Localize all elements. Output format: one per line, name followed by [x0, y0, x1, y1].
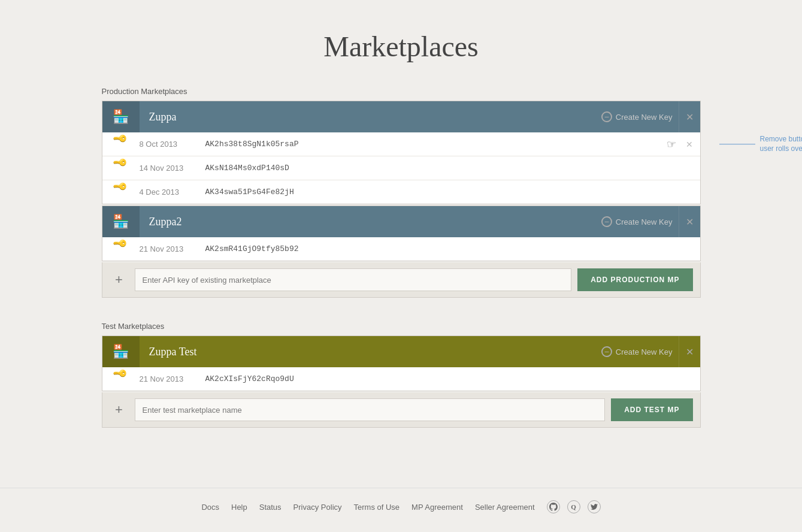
zuppa-icon-box: 🏪: [102, 101, 140, 132]
zuppa-test-remove-button[interactable]: ✕: [679, 336, 700, 367]
footer-status-link[interactable]: Status: [259, 503, 282, 512]
page-title: Marketplaces: [102, 30, 701, 63]
minus-circle-icon-2: [601, 216, 612, 227]
zuppa-test-key-row-1: 🔑 21 Nov 2013 AK2cXIsFjY62cRqo9dU: [102, 367, 700, 391]
footer-seller-agreement-link[interactable]: Seller Agreement: [475, 503, 535, 512]
key-value-4: AK2smR41GjO9tfy85b92: [205, 244, 691, 253]
shop-icon-3: 🏪: [113, 344, 129, 359]
tooltip-text: Remove button appears when user rolls ov…: [760, 134, 803, 155]
footer-mp-agreement-link[interactable]: MP Agreement: [411, 503, 463, 512]
add-production-input[interactable]: [135, 268, 572, 291]
production-section-label: Production Marketplaces: [102, 87, 701, 96]
zuppa-test-create-key-button[interactable]: Create New Key: [595, 346, 679, 357]
add-test-plus-icon: +: [110, 400, 129, 419]
zuppa2-icon-box: 🏪: [102, 206, 140, 237]
shop-icon-2: 🏪: [113, 214, 129, 229]
key-icon-5: 🔑: [112, 365, 140, 393]
footer-social-icons: Q: [547, 500, 601, 513]
zuppa2-header: 🏪 Zuppa2 Create New Key ✕: [102, 206, 700, 237]
zuppa-test-name: Zuppa Test: [140, 346, 595, 358]
add-test-button[interactable]: ADD TEST MP: [611, 398, 692, 421]
zuppa-name: Zuppa: [140, 111, 595, 123]
minus-circle-icon-3: [601, 346, 612, 357]
test-section-label: Test Marketplaces: [102, 322, 701, 331]
zuppa-remove-button[interactable]: ✕: [679, 101, 700, 132]
key-date-1: 8 Oct 2013: [140, 140, 205, 149]
quora-icon[interactable]: Q: [567, 500, 580, 513]
key-icon-4: 🔑: [112, 235, 140, 263]
key-icon-2: 🔑: [112, 155, 140, 182]
key-date-4: 21 Nov 2013: [140, 244, 205, 253]
key-value-2: AKsN184Ms0xdP140sD: [205, 164, 691, 173]
key-icon-1: 🔑: [112, 131, 140, 158]
key-date-2: 14 Nov 2013: [140, 164, 205, 173]
zuppa-test-header: 🏪 Zuppa Test Create New Key ✕: [102, 336, 700, 367]
footer-privacy-link[interactable]: Privacy Policy: [293, 503, 342, 512]
footer-terms-link[interactable]: Terms of Use: [354, 503, 400, 512]
zuppa-create-key-button[interactable]: Create New Key: [595, 111, 679, 122]
zuppa-key-row-2: 🔑 14 Nov 2013 AKsN184Ms0xdP140sD: [102, 156, 700, 180]
cursor-hint: ☞: [667, 138, 676, 151]
tooltip-annotation: Remove button appears when user rolls ov…: [719, 134, 803, 155]
add-production-row: + ADD PRODUCTION MP: [102, 262, 701, 298]
footer-help-link[interactable]: Help: [231, 503, 247, 512]
key-icon-3: 🔑: [112, 179, 140, 206]
key-value-5: AK2cXIsFjY62cRqo9dU: [205, 374, 691, 383]
zuppa-test-icon-box: 🏪: [102, 336, 140, 367]
minus-circle-icon: [601, 111, 612, 122]
key-1-remove-button[interactable]: ✕: [679, 134, 700, 155]
add-test-row: + ADD TEST MP: [102, 392, 701, 428]
zuppa2-create-key-button[interactable]: Create New Key: [595, 216, 679, 227]
footer-docs-link[interactable]: Docs: [201, 503, 219, 512]
zuppa-key-row-3: 🔑 4 Dec 2013 AK34swa51PsG4Fe82jH: [102, 180, 700, 204]
shop-icon: 🏪: [113, 109, 129, 125]
github-icon[interactable]: [547, 500, 560, 513]
key-value-1: AK2hs38t8SgN1k05rsaP: [205, 140, 691, 149]
key-value-3: AK34swa51PsG4Fe82jH: [205, 188, 691, 197]
footer: Docs Help Status Privacy Policy Terms of…: [0, 488, 802, 525]
key-date-5: 21 Nov 2013: [140, 374, 205, 383]
twitter-icon[interactable]: [588, 500, 601, 513]
zuppa-header: 🏪 Zuppa Create New Key ✕: [102, 101, 700, 132]
zuppa-key-row-1: 🔑 8 Oct 2013 AK2hs38t8SgN1k05rsaP ☞ ✕ Re…: [102, 132, 700, 156]
zuppa2-name: Zuppa2: [140, 216, 595, 228]
key-date-3: 4 Dec 2013: [140, 188, 205, 197]
zuppa2-key-row-1: 🔑 21 Nov 2013 AK2smR41GjO9tfy85b92: [102, 237, 700, 261]
add-plus-icon: +: [110, 270, 129, 289]
tooltip-line: [719, 144, 755, 144]
add-production-button[interactable]: ADD PRODUCTION MP: [577, 268, 692, 291]
zuppa2-remove-button[interactable]: ✕: [679, 206, 700, 237]
add-test-input[interactable]: [135, 398, 606, 421]
